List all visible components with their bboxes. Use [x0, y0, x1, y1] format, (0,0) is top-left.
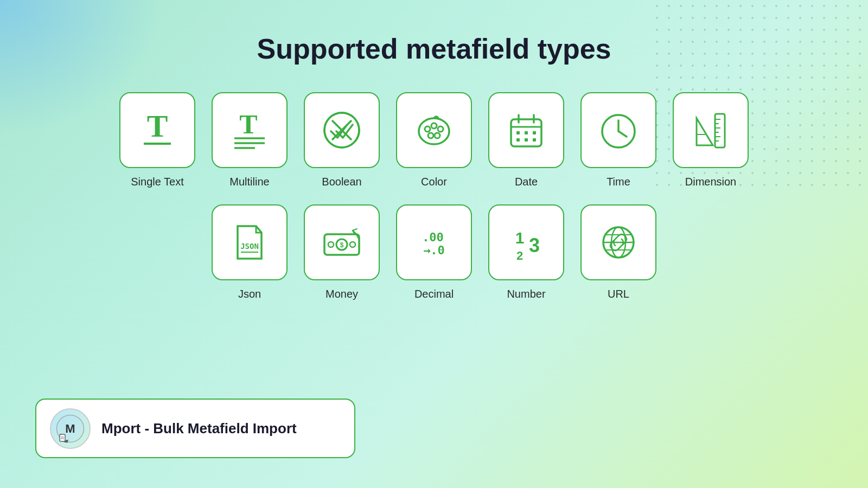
time-icon-box — [580, 92, 656, 168]
dimension-icon-box — [673, 92, 749, 168]
type-json: JSON Json — [212, 204, 288, 300]
dimension-icon — [689, 108, 732, 152]
number-label: Number — [507, 288, 545, 300]
svg-line-28 — [618, 131, 627, 137]
svg-rect-23 — [516, 138, 520, 142]
type-color: Color — [396, 92, 472, 188]
decimal-label: Decimal — [414, 288, 454, 300]
color-icon — [412, 108, 456, 152]
svg-rect-21 — [525, 131, 528, 134]
type-money: $ Money — [304, 204, 380, 300]
dimension-label: Dimension — [685, 176, 736, 188]
number-icon-box: 1 2 3 — [488, 204, 564, 280]
single-text-label: Single Text — [131, 176, 183, 188]
page-title: Supported metafield types — [257, 33, 611, 65]
svg-rect-57 — [60, 434, 65, 441]
boolean-icon-box — [304, 92, 380, 168]
svg-text:.00: .00 — [422, 230, 444, 244]
money-icon: $ — [320, 221, 363, 264]
svg-text:2: 2 — [516, 249, 523, 262]
svg-text:3: 3 — [529, 234, 540, 256]
type-decimal: .00 →.0 Decimal — [396, 204, 472, 300]
svg-point-10 — [419, 118, 449, 144]
money-icon-box: $ — [304, 204, 380, 280]
multiline-label: Multiline — [229, 176, 269, 188]
svg-point-42 — [328, 242, 334, 247]
time-label: Time — [607, 176, 630, 188]
app-logo-icon: M — [55, 414, 85, 444]
type-boolean: Boolean — [304, 92, 380, 188]
svg-rect-24 — [525, 138, 528, 142]
decimal-icon: .00 →.0 — [412, 221, 456, 264]
svg-point-11 — [425, 126, 430, 132]
date-icon — [505, 108, 548, 152]
svg-point-12 — [431, 123, 437, 129]
svg-point-14 — [435, 133, 440, 138]
single-text-icon: T — [136, 108, 179, 152]
json-label: Json — [238, 288, 261, 300]
svg-point-43 — [350, 242, 355, 247]
money-label: Money — [326, 288, 358, 300]
color-label: Color — [421, 176, 447, 188]
type-time: Time — [580, 92, 656, 188]
single-text-icon-box: T — [119, 92, 195, 168]
svg-text:JSON: JSON — [240, 242, 259, 251]
svg-text:$: $ — [340, 241, 344, 249]
json-icon-box: JSON — [212, 204, 288, 280]
boolean-icon — [320, 108, 363, 152]
date-icon-box — [488, 92, 564, 168]
date-label: Date — [515, 176, 538, 188]
svg-point-13 — [438, 126, 443, 132]
type-multiline: T Multiline — [212, 92, 288, 188]
types-row-1: T Single Text T Multiline — [119, 92, 749, 188]
svg-rect-20 — [516, 131, 520, 134]
multiline-icon: T — [228, 108, 271, 152]
svg-text:1: 1 — [515, 229, 525, 247]
type-single-text: T Single Text — [119, 92, 195, 188]
svg-text:M: M — [65, 422, 75, 435]
time-icon — [597, 108, 640, 152]
type-dimension: Dimension — [673, 92, 749, 188]
svg-point-15 — [428, 133, 433, 138]
svg-rect-25 — [533, 138, 536, 142]
boolean-label: Boolean — [322, 176, 361, 188]
svg-text:→.0: →.0 — [423, 243, 445, 257]
type-url: URL — [580, 204, 656, 300]
decimal-icon-box: .00 →.0 — [396, 204, 472, 280]
app-title: Mport - Bulk Metafield Import — [101, 420, 297, 437]
svg-rect-22 — [533, 131, 536, 134]
url-icon — [597, 221, 640, 264]
type-date: Date — [488, 92, 564, 188]
url-label: URL — [608, 288, 629, 300]
color-icon-box — [396, 92, 472, 168]
multiline-icon-box: T — [212, 92, 288, 168]
svg-text:T: T — [147, 108, 168, 144]
type-number: 1 2 3 Number — [488, 204, 564, 300]
number-icon: 1 2 3 — [505, 221, 548, 264]
svg-text:T: T — [239, 109, 257, 139]
url-icon-box — [580, 204, 656, 280]
json-icon: JSON — [228, 221, 271, 264]
app-card: M Mport - Bulk Metafield Import — [35, 399, 355, 458]
types-row-2: JSON Json $ — [212, 204, 656, 300]
app-logo: M — [50, 408, 91, 449]
